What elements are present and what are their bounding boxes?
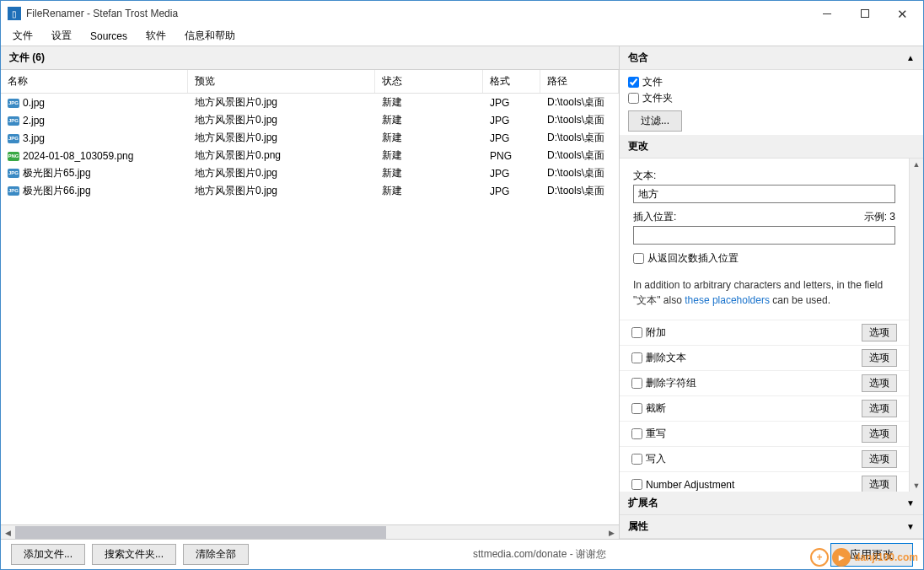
position-example-label: 示例: 3 bbox=[864, 210, 895, 224]
position-field-label: 插入位置: bbox=[633, 210, 676, 224]
file-preview: 地方风景图片0.jpg bbox=[188, 111, 375, 129]
expand-down-icon: ▼ bbox=[906, 498, 915, 508]
search-folders-button[interactable]: 搜索文件夹... bbox=[92, 544, 176, 565]
placeholders-link[interactable]: these placeholders bbox=[685, 294, 770, 306]
col-header-path[interactable]: 路径 bbox=[540, 70, 619, 93]
option-settings-button[interactable]: 选项 bbox=[862, 425, 897, 443]
menu-settings[interactable]: 设置 bbox=[43, 26, 80, 46]
text-input[interactable] bbox=[633, 185, 895, 203]
include-files-checkbox[interactable] bbox=[628, 77, 639, 88]
file-status: 新建 bbox=[375, 94, 483, 111]
option-checkbox[interactable] bbox=[631, 378, 642, 389]
minimize-button[interactable] bbox=[808, 2, 846, 25]
file-preview: 地方风景图片0.png bbox=[188, 147, 375, 164]
menu-bar: 文件 设置 Sources 软件 信息和帮助 bbox=[1, 26, 923, 46]
col-header-name[interactable]: 名称 bbox=[1, 70, 188, 93]
menu-file[interactable]: 文件 bbox=[4, 26, 41, 46]
info-text: In addition to arbitrary characters and … bbox=[633, 277, 895, 308]
option-checkbox[interactable] bbox=[631, 352, 642, 363]
table-row[interactable]: JPG极光图片65.jpg地方风景图片0.jpg新建JPGD:\tools\桌面 bbox=[1, 164, 619, 182]
file-list-header: 文件 (6) bbox=[1, 46, 619, 70]
menu-help[interactable]: 信息和帮助 bbox=[176, 26, 244, 46]
footer-bar: 添加文件... 搜索文件夹... 清除全部 sttmedia.com/donat… bbox=[1, 539, 923, 569]
file-preview: 地方风景图片0.jpg bbox=[188, 129, 375, 147]
clear-all-button[interactable]: 清除全部 bbox=[183, 544, 249, 565]
table-body[interactable]: JPG0.jpg地方风景图片0.jpg新建JPGD:\tools\桌面JPG2.… bbox=[1, 94, 619, 524]
file-count-label: 文件 (6) bbox=[9, 51, 45, 65]
attributes-section-header[interactable]: 属性 ▼ bbox=[620, 515, 923, 539]
file-path: D:\tools\桌面 bbox=[540, 164, 619, 182]
file-preview: 地方风景图片0.jpg bbox=[188, 94, 375, 111]
col-header-status[interactable]: 状态 bbox=[375, 70, 483, 93]
extension-title: 扩展名 bbox=[628, 496, 658, 510]
reverse-position-label: 从返回次数插入位置 bbox=[647, 251, 739, 266]
file-name: 0.jpg bbox=[23, 97, 45, 109]
vertical-scrollbar[interactable]: ▲ ▼ bbox=[909, 159, 923, 492]
close-button[interactable]: ✕ bbox=[884, 2, 921, 25]
add-files-button[interactable]: 添加文件... bbox=[11, 544, 85, 565]
change-option-row: 写入选项 bbox=[620, 446, 909, 471]
option-checkbox[interactable] bbox=[631, 327, 642, 338]
filter-button[interactable]: 过滤... bbox=[628, 110, 682, 132]
option-checkbox[interactable] bbox=[631, 454, 642, 465]
option-settings-button[interactable]: 选项 bbox=[862, 476, 897, 492]
include-folders-checkbox[interactable] bbox=[628, 93, 639, 104]
file-path: D:\tools\桌面 bbox=[540, 111, 619, 129]
option-settings-button[interactable]: 选项 bbox=[862, 400, 897, 417]
option-checkbox[interactable] bbox=[631, 479, 642, 490]
change-title: 更改 bbox=[628, 139, 648, 153]
include-title: 包含 bbox=[628, 51, 648, 65]
scroll-down-icon[interactable]: ▼ bbox=[913, 480, 921, 492]
scroll-up-icon[interactable]: ▲ bbox=[913, 159, 921, 170]
file-path: D:\tools\桌面 bbox=[540, 129, 619, 147]
option-checkbox[interactable] bbox=[631, 428, 642, 439]
table-row[interactable]: PNG2024-01-08_103059.png地方风景图片0.png新建PNG… bbox=[1, 147, 619, 164]
option-checkbox[interactable] bbox=[631, 403, 642, 414]
table-row[interactable]: JPG极光图片66.jpg地方风景图片0.jpg新建JPGD:\tools\桌面 bbox=[1, 182, 619, 200]
scroll-left-icon[interactable]: ◀ bbox=[1, 525, 15, 540]
option-label: 删除字符组 bbox=[646, 376, 696, 390]
table-row[interactable]: JPG0.jpg地方风景图片0.jpg新建JPGD:\tools\桌面 bbox=[1, 94, 619, 111]
file-name: 2024-01-08_103059.png bbox=[23, 150, 133, 162]
file-preview: 地方风景图片0.jpg bbox=[188, 182, 375, 200]
menu-software[interactable]: 软件 bbox=[137, 26, 175, 46]
apply-changes-button[interactable]: 应用更改 bbox=[830, 543, 913, 567]
extension-section-header[interactable]: 扩展名 ▼ bbox=[620, 492, 923, 515]
col-header-format[interactable]: 格式 bbox=[483, 70, 540, 93]
file-type-icon: JPG bbox=[8, 169, 19, 178]
col-header-preview[interactable]: 预览 bbox=[188, 70, 375, 93]
option-label: 删除文本 bbox=[646, 351, 686, 365]
option-label: 重写 bbox=[646, 427, 666, 441]
file-status: 新建 bbox=[375, 129, 483, 147]
scroll-right-icon[interactable]: ▶ bbox=[604, 525, 619, 540]
option-settings-button[interactable]: 选项 bbox=[862, 349, 897, 367]
reverse-position-checkbox[interactable] bbox=[633, 253, 644, 264]
file-preview: 地方风景图片0.jpg bbox=[188, 164, 375, 182]
window-title: FileRenamer - Stefan Trost Media bbox=[26, 8, 808, 19]
include-section-header[interactable]: 包含 ▲ bbox=[620, 46, 923, 70]
file-name: 极光图片65.jpg bbox=[23, 167, 91, 179]
table-row[interactable]: JPG3.jpg地方风景图片0.jpg新建JPGD:\tools\桌面 bbox=[1, 129, 619, 147]
change-option-row: 重写选项 bbox=[620, 421, 909, 446]
option-settings-button[interactable]: 选项 bbox=[862, 450, 897, 468]
change-option-row: Number Adjustment选项 bbox=[620, 471, 909, 492]
expand-down-icon: ▼ bbox=[906, 522, 915, 531]
file-type-icon: JPG bbox=[8, 186, 19, 196]
options-panel: 包含 ▲ 文件 文件夹 过滤... 更改 文本: 插入位置: 示例: 3 bbox=[620, 46, 923, 539]
option-settings-button[interactable]: 选项 bbox=[862, 374, 897, 392]
file-name: 极光图片66.jpg bbox=[23, 185, 91, 196]
position-input[interactable] bbox=[633, 226, 895, 245]
scroll-thumb[interactable] bbox=[15, 526, 386, 539]
horizontal-scrollbar[interactable]: ◀ ▶ bbox=[1, 524, 619, 539]
table-row[interactable]: JPG2.jpg地方风景图片0.jpg新建JPGD:\tools\桌面 bbox=[1, 111, 619, 129]
maximize-button[interactable] bbox=[846, 2, 884, 25]
menu-sources[interactable]: Sources bbox=[82, 28, 136, 45]
file-format: PNG bbox=[483, 148, 540, 164]
change-option-row: 删除文本选项 bbox=[620, 345, 909, 370]
file-status: 新建 bbox=[375, 164, 483, 182]
include-files-label: 文件 bbox=[642, 75, 663, 89]
option-settings-button[interactable]: 选项 bbox=[862, 324, 897, 341]
change-section-header[interactable]: 更改 bbox=[620, 135, 923, 159]
file-list-panel: 文件 (6) 名称 预览 状态 格式 路径 JPG0.jpg地方风景图片0.jp… bbox=[1, 46, 620, 539]
file-type-icon: JPG bbox=[8, 99, 19, 108]
